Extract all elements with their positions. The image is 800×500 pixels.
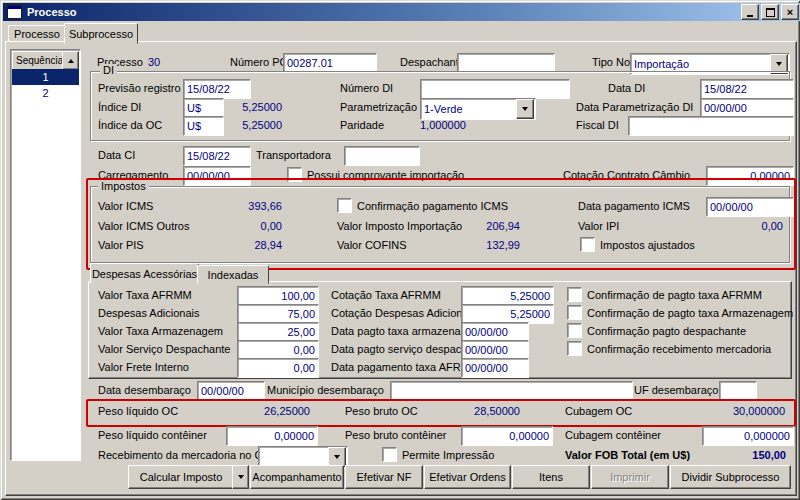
cubagem-oc-label: Cubagem OC — [565, 405, 632, 417]
checkbox-box[interactable] — [567, 323, 582, 338]
checkbox-box[interactable] — [382, 447, 397, 462]
parametrizacao-di-dropdown-button[interactable] — [516, 99, 534, 119]
parametrizacao-di-select[interactable]: 1-Verde — [420, 98, 536, 120]
valor-taxa-armazenagem-label: Valor Taxa Armazenagem — [98, 325, 223, 337]
numero-di-input[interactable] — [420, 79, 570, 99]
transportadora-input[interactable] — [344, 146, 420, 166]
valor-ipi-label: Valor IPI — [578, 220, 619, 232]
previsao-registro-input[interactable]: 15/08/22 — [183, 79, 251, 99]
parametrizacao-di-value: 1-Verde — [422, 100, 516, 118]
calcular-imposto-button[interactable]: Calcular Imposto — [128, 465, 234, 489]
data-pagamento-taxa-afrmm-input[interactable]: 00/00/00 — [461, 358, 529, 378]
efetivar-ordens-button[interactable]: Efetivar Ordens — [424, 465, 511, 489]
peso-bruto-oc-label: Peso bruto OC — [345, 405, 418, 417]
data-parametrizacao-di-label: Data Parametrização DI — [576, 101, 693, 113]
sequence-item-2[interactable]: 2 — [12, 85, 79, 101]
parametrizacao-di-label: Parametrização DI — [340, 101, 431, 113]
confirmacao-pagto-taxa-armazenagem-label: Confirmação de pagto taxa Armazenagem — [587, 307, 793, 319]
chevron-down-icon — [776, 62, 782, 66]
chevron-down-icon — [334, 455, 340, 459]
permite-impressao-label: Permite Impressão — [402, 449, 494, 461]
peso-liquido-oc-value: 26,25000 — [240, 405, 310, 417]
confirmacao-pagamento-icms-checkbox[interactable]: Confirmação pagamento ICMS — [337, 198, 508, 213]
subprocesso-form: Sequência 1 2 Processo 30 Número PO 0028… — [0, 0, 800, 500]
recebimento-cd-label: Recebimento da mercadoria no CD — [98, 449, 270, 461]
valor-fob-value: 150,00 — [726, 449, 786, 461]
confirmacao-pagto-taxa-afrmm-label: Confirmação de pagto taxa AFRMM — [587, 289, 762, 301]
peso-bruto-oc-value: 28,50000 — [455, 405, 520, 417]
data-pagto-taxa-armazenagem-input[interactable]: 00/00/00 — [461, 322, 529, 342]
valor-taxa-afrmm-input[interactable]: 100,00 — [237, 286, 319, 306]
peso-liquido-conteiner-input[interactable]: 0,00000 — [226, 426, 318, 446]
fiscal-di-input[interactable] — [628, 116, 794, 136]
numero-di-label: Número DI — [340, 82, 393, 94]
confirmacao-recebimento-mercadoria-checkbox[interactable]: Confirmação recebimento mercadoria — [567, 341, 771, 356]
sequence-list[interactable]: Sequência 1 2 — [10, 49, 81, 461]
indice-oc-label: Índice da OC — [98, 119, 162, 131]
cubagem-conteiner-input[interactable]: 0,000000 — [702, 426, 794, 446]
paridade-label: Paridade — [340, 119, 384, 131]
sequence-scroll-up-button[interactable] — [62, 51, 79, 70]
numero-po-input[interactable]: 00287.01 — [283, 53, 377, 73]
data-pagamento-icms-label: Data pagamento ICMS — [578, 200, 690, 212]
tab-indexadas[interactable]: Indexadas — [197, 265, 269, 284]
sequence-item-1[interactable]: 1 — [12, 69, 79, 85]
despesas-adicionais-label: Despesas Adicionais — [98, 307, 200, 319]
uf-desembaraco-input[interactable] — [719, 381, 757, 401]
data-di-input[interactable]: 15/08/22 — [700, 79, 794, 99]
imprimir-button: Imprimir — [591, 465, 669, 489]
checkbox-box[interactable] — [567, 305, 582, 320]
calcular-imposto-dropdown-button[interactable] — [232, 465, 249, 489]
pesos-oc-highlight-box — [86, 399, 796, 427]
valor-frete-interno-input[interactable]: 0,00 — [237, 358, 319, 378]
cotacao-taxa-afrmm-input[interactable]: 5,25000 — [461, 286, 554, 306]
valor-taxa-armazenagem-input[interactable]: 25,00 — [237, 322, 319, 342]
transportadora-label: Transportadora — [256, 149, 331, 161]
indice-di-unit-input[interactable]: U$ — [183, 98, 224, 118]
data-desembaraco-input[interactable]: 00/00/00 — [197, 381, 265, 401]
confirmacao-pagto-despachante-label: Confirmação pagto despachante — [587, 325, 746, 337]
checkbox-box[interactable] — [567, 287, 582, 302]
peso-bruto-conteiner-input[interactable]: 0,00000 — [461, 426, 553, 446]
despachante-label: Despachante — [400, 56, 465, 68]
efetivar-nf-button[interactable]: Efetivar NF — [345, 465, 423, 489]
confirmacao-pagto-taxa-armazenagem-checkbox[interactable]: Confirmação de pagto taxa Armazenagem — [567, 305, 793, 320]
data-pagto-taxa-armazenagem-label: Data pagto taxa armazenagem — [331, 325, 482, 337]
checkbox-box[interactable] — [567, 341, 582, 356]
acompanhamento-button[interactable]: Acompanhamento — [250, 465, 344, 489]
recebimento-cd-value — [260, 448, 328, 466]
checkbox-box[interactable] — [580, 237, 595, 252]
cotacao-despesas-adicionais-input[interactable]: 5,25000 — [461, 304, 554, 324]
data-parametrizacao-di-input[interactable]: 00/00/00 — [700, 98, 794, 118]
processo-value: 30 — [148, 56, 160, 68]
data-pagamento-icms-input[interactable]: 00/00/00 — [706, 197, 794, 217]
cubagem-conteiner-label: Cubagem contêiner — [565, 429, 661, 441]
data-pagto-servico-despachante-input[interactable]: 00/00/00 — [461, 340, 529, 360]
confirmacao-pagto-taxa-afrmm-checkbox[interactable]: Confirmação de pagto taxa AFRMM — [567, 287, 762, 302]
municipio-desembaraco-input[interactable] — [390, 381, 633, 401]
permite-impressao-checkbox[interactable]: Permite Impressão — [382, 447, 494, 462]
valor-pis-label: Valor PIS — [98, 239, 144, 251]
valor-icms-label: Valor ICMS — [98, 200, 153, 212]
valor-servico-despachante-input[interactable]: 0,00 — [237, 340, 319, 360]
dividir-subprocesso-button[interactable]: Dividir Subprocesso — [670, 465, 791, 489]
itens-button[interactable]: Itens — [512, 465, 590, 489]
despachante-input[interactable] — [457, 53, 555, 73]
valor-imposto-importacao-value: 206,94 — [460, 220, 520, 232]
despesas-adicionais-input[interactable]: 75,00 — [237, 304, 319, 324]
indice-di-label: Índice DI — [98, 101, 141, 113]
indice-oc-unit-input[interactable]: U$ — [183, 116, 224, 136]
confirmacao-pagto-despachante-checkbox[interactable]: Confirmação pagto despachante — [567, 323, 746, 338]
cotacao-despesas-adicionais-label: Cotação Despesas Adicionais — [331, 307, 477, 319]
valor-taxa-afrmm-label: Valor Taxa AFRMM — [98, 289, 192, 301]
data-ci-input[interactable]: 15/08/22 — [183, 146, 251, 166]
confirmacao-recebimento-mercadoria-label: Confirmação recebimento mercadoria — [587, 343, 771, 355]
checkbox-box[interactable] — [337, 198, 352, 213]
tab-despesas-acessorias[interactable]: Despesas Acessórias — [90, 263, 199, 284]
peso-liquido-oc-label: Peso líquido OC — [98, 405, 178, 417]
valor-ipi-value: 0,00 — [723, 220, 783, 232]
recebimento-cd-dropdown-button[interactable] — [328, 447, 346, 467]
impostos-ajustados-checkbox[interactable]: Impostos ajustados — [580, 237, 695, 252]
process-window: Processo × Processo Subprocesso Sequênci… — [0, 0, 800, 500]
valor-fob-label: Valor FOB Total (em U$) — [565, 449, 690, 461]
